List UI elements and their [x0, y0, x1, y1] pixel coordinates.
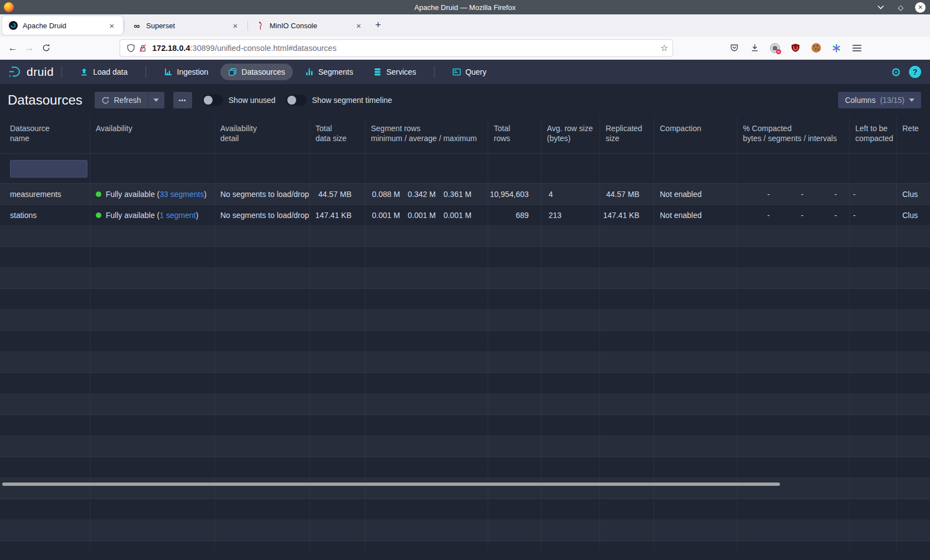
column-header-total-data-size[interactable]: Totaldata size — [310, 116, 365, 153]
table-row-empty — [0, 436, 930, 457]
tab-minio-console[interactable]: MinIO Console × — [249, 16, 370, 35]
column-header-retention[interactable]: Rete — [897, 116, 930, 153]
cell-avg-row-size: 4 — [541, 184, 600, 204]
ingestion-icon — [164, 68, 173, 76]
refresh-dropdown-button[interactable] — [148, 92, 164, 108]
cell-datasource-name: measurements — [0, 184, 90, 204]
bookmark-star-icon[interactable]: ☆ — [660, 43, 668, 53]
table-row-empty — [0, 541, 930, 549]
columns-count: (13/15) — [880, 96, 905, 105]
table-row-measurements: measurements Fully available (33 segment… — [0, 184, 930, 205]
tab-close-icon[interactable]: × — [230, 20, 241, 31]
cell-availability-detail: No segments to load/drop — [215, 184, 310, 204]
firefox-window: Apache Druid — Mozilla Firefox ◇ × Apach… — [0, 0, 930, 560]
pocket-icon[interactable] — [727, 42, 741, 55]
column-header-segment-rows[interactable]: Segment rowsminimum / average / maximum — [365, 116, 488, 153]
close-window-icon[interactable]: × — [915, 2, 926, 13]
nav-divider — [61, 66, 62, 78]
show-unused-toggle[interactable] — [202, 95, 223, 106]
available-status-dot — [96, 212, 101, 218]
maximize-diamond-icon[interactable]: ◇ — [895, 2, 906, 13]
table-row-empty — [0, 289, 930, 310]
cell-left-to-be-compacted: - — [850, 184, 897, 204]
menu-hamburger-icon[interactable] — [850, 42, 864, 55]
datasources-table: Datasourcename Availability Availability… — [0, 116, 930, 549]
nav-divider — [434, 66, 435, 78]
extension-asterisk-icon[interactable] — [830, 42, 843, 55]
insecure-lock-icon[interactable] — [137, 42, 149, 54]
datasource-filter-input[interactable] — [10, 160, 87, 178]
nav-datasources[interactable]: Datasources — [220, 64, 293, 80]
segments-link[interactable]: 1 segment — [159, 211, 195, 220]
tab-close-icon[interactable]: × — [106, 20, 117, 31]
more-actions-button[interactable]: ••• — [173, 92, 192, 108]
cell-retention: Clus — [897, 205, 930, 225]
tab-strip: Apache Druid × ∞ Superset × MinIO Consol… — [0, 14, 930, 37]
tab-superset[interactable]: ∞ Superset × — [126, 16, 246, 35]
window-title: Apache Druid — Mozilla Firefox — [0, 3, 930, 12]
refresh-button[interactable]: Refresh — [95, 92, 148, 108]
segments-icon — [305, 68, 314, 76]
druid-logo[interactable]: druid — [8, 65, 54, 79]
nav-divider — [146, 66, 146, 78]
nav-label: Load data — [93, 68, 127, 76]
table-row-empty — [0, 457, 930, 478]
show-segment-timeline-toggle[interactable] — [286, 95, 307, 106]
cell-retention: Clus — [897, 184, 930, 204]
nav-services[interactable]: Services — [365, 64, 424, 80]
druid-favicon-icon — [9, 21, 18, 30]
page-header: Datasources Refresh ••• Show unused Show… — [0, 84, 930, 116]
cookie-icon[interactable] — [809, 42, 823, 55]
tab-separator — [124, 21, 125, 31]
table-row-stations: stations Fully available (1 segment) No … — [0, 205, 930, 226]
column-header-compaction[interactable]: Compaction — [654, 116, 737, 153]
page-title: Datasources — [8, 92, 82, 108]
reload-icon[interactable] — [38, 40, 54, 56]
minimize-chevron-icon[interactable] — [875, 2, 886, 13]
tab-close-icon[interactable]: × — [353, 20, 364, 31]
nav-segments[interactable]: Segments — [297, 64, 361, 80]
url-path: :30899/unified-console.html#datasources — [190, 44, 337, 53]
cell-compaction: Not enabled — [654, 184, 737, 204]
nav-query[interactable]: Query — [445, 64, 494, 80]
column-header-availability[interactable]: Availability — [90, 116, 215, 153]
columns-button[interactable]: Columns (13/15) — [838, 92, 921, 108]
back-icon[interactable]: ← — [4, 40, 21, 56]
url-text: 172.18.0.4:30899/unified-console.html#da… — [152, 44, 660, 53]
table-row-empty — [0, 268, 930, 289]
table-header: Datasourcename Availability Availability… — [0, 116, 930, 154]
nav-label: Query — [466, 68, 487, 76]
toggle-knob — [287, 96, 296, 105]
segments-link[interactable]: 33 segments — [159, 190, 204, 199]
column-header-left-to-be-compacted[interactable]: Left to becompacted — [850, 116, 897, 153]
cell-avg-row-size: 213 — [541, 205, 600, 225]
extension-disabled-icon[interactable]: ✕ — [768, 42, 782, 55]
tracking-shield-icon[interactable] — [125, 42, 137, 54]
column-header-avg-row-size[interactable]: Avg. row size(bytes) — [541, 116, 600, 153]
column-header-replicated-size[interactable]: Replicatedsize — [600, 116, 654, 153]
cell-total-data-size: 147.41 KB — [310, 205, 365, 225]
settings-gear-icon[interactable]: ⚙ — [891, 66, 901, 78]
url-bar[interactable]: 172.18.0.4:30899/unified-console.html#da… — [120, 39, 673, 57]
new-tab-button[interactable]: + — [370, 17, 386, 33]
horizontal-scrollbar-thumb[interactable] — [2, 483, 780, 486]
tab-apache-druid[interactable]: Apache Druid × — [2, 16, 123, 35]
column-header-total-rows[interactable]: Totalrows — [488, 116, 541, 153]
nav-label: Datasources — [241, 68, 285, 76]
refresh-icon — [101, 96, 110, 105]
cell-replicated-size: 44.57 MB — [600, 184, 654, 204]
column-header-datasource-name[interactable]: Datasourcename — [0, 116, 90, 153]
downloads-icon[interactable] — [748, 42, 761, 55]
table-row-empty — [0, 247, 930, 268]
nav-load-data[interactable]: Load data — [72, 64, 135, 80]
forward-icon[interactable]: → — [21, 40, 38, 56]
chevron-down-icon — [909, 98, 914, 102]
cell-availability: Fully available (33 segments) — [90, 184, 215, 204]
column-header-pct-compacted[interactable]: % Compactedbytes / segments / intervals — [737, 116, 850, 153]
url-host: 172.18.0.4 — [152, 44, 190, 53]
column-header-availability-detail[interactable]: Availabilitydetail — [215, 116, 310, 153]
ublock-origin-icon[interactable] — [789, 42, 802, 55]
help-icon[interactable]: ? — [909, 66, 921, 78]
nav-ingestion[interactable]: Ingestion — [156, 64, 216, 80]
cell-left-to-be-compacted: - — [850, 205, 897, 225]
